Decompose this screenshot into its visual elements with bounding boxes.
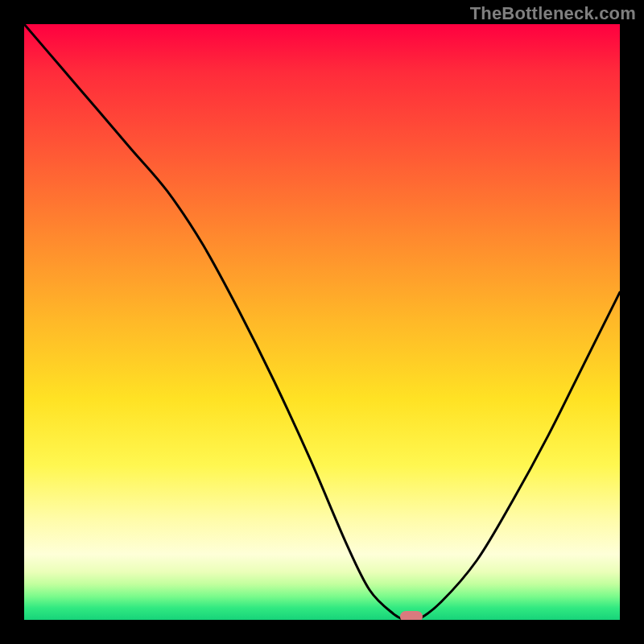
chart-frame: TheBottleneck.com — [0, 0, 644, 644]
optimum-marker — [400, 611, 423, 620]
plot-area — [24, 24, 620, 620]
bottleneck-curve — [24, 24, 620, 620]
watermark-text: TheBottleneck.com — [470, 3, 636, 24]
curve-svg — [24, 24, 620, 620]
